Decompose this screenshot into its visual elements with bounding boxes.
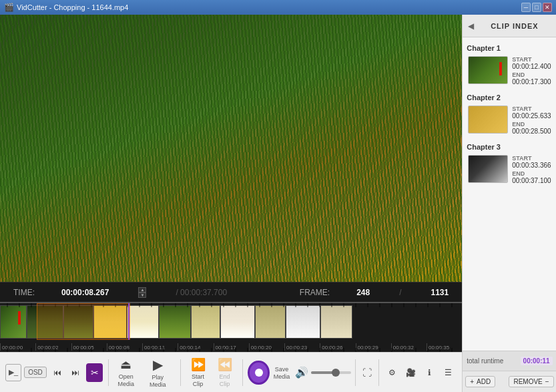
clip-thumb-1	[468, 56, 508, 84]
time-step-down[interactable]: ▼	[138, 292, 146, 298]
chapter-1-label: Chapter 1	[467, 44, 552, 52]
toolbar-right: 🔊 ⛶ ⚙ 🎥 ℹ ☰	[292, 359, 457, 386]
clip2-start-label: START	[512, 106, 551, 112]
osd-label: OSD	[28, 369, 43, 376]
menu-button[interactable]: ☰	[439, 364, 457, 381]
time-value: 00:00:08.267	[61, 288, 109, 297]
add-label: ADD	[477, 378, 491, 385]
chapter-2-label: Chapter 2	[467, 93, 552, 102]
clip3-end-value: 00:00:37.100	[512, 177, 551, 184]
timeline-thumb-7	[191, 305, 220, 339]
status-bar: TIME: 00:00:08.267 ▲ ▼ / 00:00:37.700 FR…	[0, 282, 462, 302]
fullscreen-button[interactable]: ⛶	[360, 365, 374, 381]
timeline-thumb-10	[286, 305, 320, 339]
video-area: TIME: 00:00:08.267 ▲ ▼ / 00:00:37.700 FR…	[0, 15, 462, 392]
clip-thumb-3	[468, 155, 508, 183]
clips-list: Chapter 1 START 00:00:12.400 END 00:00:1…	[463, 37, 556, 351]
save-media-button[interactable]	[248, 361, 269, 385]
start-clip-button[interactable]: ⏩ StartClip	[186, 355, 210, 391]
clip-info-1: START 00:00:12.400 END 00:00:17.300	[512, 56, 551, 87]
open-media-label: OpenMedia	[117, 373, 134, 388]
settings-icon: ⚙	[388, 368, 396, 377]
divider-1	[108, 359, 109, 386]
clip-info-3: START 00:00:33.366 END 00:00:37.100	[512, 155, 551, 186]
time-label: TIME:	[13, 288, 35, 297]
volume-knob[interactable]	[332, 369, 340, 377]
divider-5	[378, 359, 379, 386]
skip-back-icon: ⏭	[71, 368, 79, 377]
window-title: VidCutter - Chopping - 11644.mp4	[17, 3, 128, 11]
timeline-track[interactable]	[0, 303, 462, 340]
menu-icon: ☰	[445, 368, 452, 377]
maximize-button[interactable]: □	[532, 3, 541, 12]
info-button[interactable]: ℹ	[421, 364, 438, 381]
remove-icon: −	[545, 378, 549, 385]
end-clip-button[interactable]: ⏪ EndClip	[213, 355, 237, 391]
volume-slider[interactable]	[311, 371, 351, 374]
clip2-start-value: 00:00:25.633	[512, 112, 551, 120]
filmstrip-holes-bottom	[0, 348, 462, 352]
play-media-button[interactable]: ▶ Play Media	[141, 354, 175, 391]
end-clip-label: EndClip	[220, 373, 230, 388]
start-clip-label: StartClip	[192, 373, 204, 388]
clip-index-title: CLIP INDEX	[478, 22, 551, 30]
settings-button[interactable]: ⚙	[383, 364, 400, 381]
clip3-start-value: 00:00:33.366	[512, 162, 551, 169]
osd-button[interactable]: OSD	[24, 367, 47, 378]
close-button[interactable]: ✕	[543, 3, 552, 12]
clip2-end-label: END	[512, 121, 551, 128]
frame-total: 1131	[431, 288, 449, 297]
app-icon: 🎬	[4, 3, 14, 12]
frame-value: 248	[356, 288, 370, 297]
clip1-red-mark	[499, 62, 502, 75]
timeline[interactable]: 00:00:00 00:00:02 00:00:05 00:00:08 00:0…	[0, 302, 462, 352]
right-panel: ◀ CLIP INDEX Chapter 1 START 00:00:12.40…	[462, 15, 556, 392]
clip-info-2: START 00:00:25.633 END 00:00:28.500	[512, 106, 551, 136]
terminal-icon: ▶_	[9, 368, 18, 377]
clip1-end-value: 00:00:17.300	[512, 78, 551, 85]
open-media-icon: ⏏	[120, 357, 131, 372]
scissors-icon: ✂	[91, 367, 99, 378]
skip-to-start-button[interactable]: ⏮	[49, 364, 65, 381]
time-step-up[interactable]: ▲	[138, 287, 146, 292]
video-overlay	[0, 15, 462, 282]
info-icon: ℹ	[428, 368, 431, 377]
camera-icon: 🎥	[406, 368, 416, 377]
timeline-thumb-9	[255, 305, 286, 339]
time-stepper[interactable]: ▲ ▼	[138, 287, 146, 298]
remove-clip-button[interactable]: REMOVE −	[509, 376, 553, 387]
camera-button[interactable]: 🎥	[402, 364, 419, 381]
timeline-thumb-5	[127, 305, 159, 339]
toolbar: ▶_ OSD ⏮ ⏭ ✂ ⏏ OpenMedia	[0, 352, 462, 392]
red-marker	[18, 311, 21, 325]
clip-item-2[interactable]: START 00:00:25.633 END 00:00:28.500	[467, 104, 552, 138]
clip1-start-value: 00:00:12.400	[512, 63, 551, 70]
clip-index-header: ◀ CLIP INDEX	[463, 15, 556, 37]
minimize-button[interactable]: ─	[521, 3, 531, 12]
divider-3	[242, 359, 243, 386]
timeline-thumb-1	[0, 305, 27, 339]
clip-item-3[interactable]: START 00:00:33.366 END 00:00:37.100	[467, 154, 552, 187]
volume-icon[interactable]: 🔊	[295, 366, 308, 379]
titlebar-controls: ─ □ ✕	[521, 3, 552, 12]
chapter-3-label: Chapter 3	[467, 143, 552, 151]
start-clip-icon: ⏩	[191, 357, 206, 372]
skip-back-button[interactable]: ⏭	[68, 364, 84, 381]
titlebar: 🎬 VidCutter - Chopping - 11644.mp4 ─ □ ✕	[0, 0, 556, 15]
clip-item-1[interactable]: START 00:00:12.400 END 00:00:17.300	[467, 55, 552, 88]
terminal-button[interactable]: ▶_	[5, 364, 21, 381]
clips-actions: + ADD REMOVE −	[463, 371, 556, 392]
clip-thumb-2	[468, 106, 508, 134]
runtime-value: 00:00:11	[521, 357, 553, 365]
frame-separator: /	[399, 288, 401, 297]
panel-back-button[interactable]: ◀	[468, 21, 474, 31]
timeline-thumb-6	[159, 305, 191, 339]
open-media-button[interactable]: ⏏ OpenMedia	[114, 355, 138, 391]
clip3-end-label: END	[512, 170, 551, 177]
video-player[interactable]	[0, 15, 462, 282]
end-clip-icon: ⏪	[218, 357, 232, 372]
skip-start-icon: ⏮	[53, 368, 61, 377]
scissors-button[interactable]: ✂	[86, 363, 103, 382]
playhead[interactable]	[128, 303, 129, 340]
add-clip-button[interactable]: + ADD	[465, 376, 495, 387]
